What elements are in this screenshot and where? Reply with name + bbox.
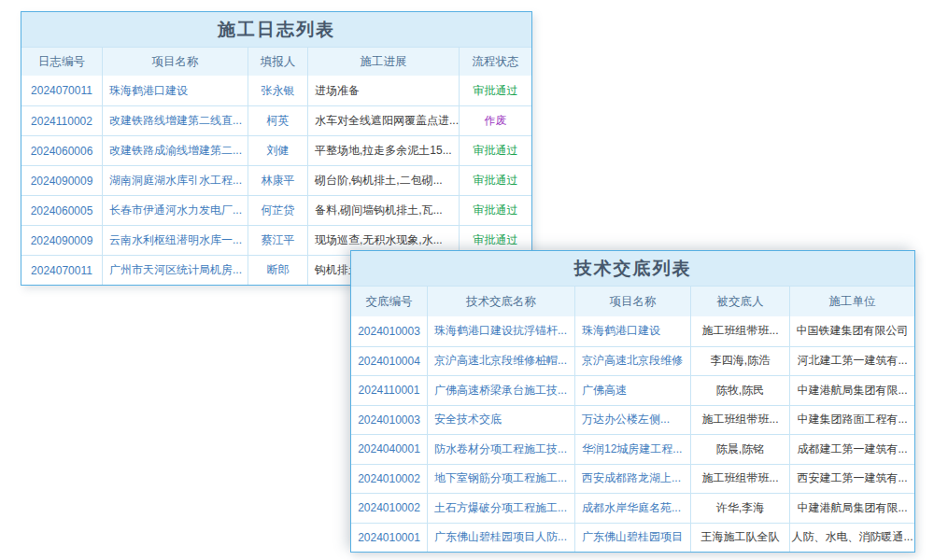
project-name-link[interactable]: 京沪高速北京段维修 <box>575 347 691 376</box>
progress-text: 平整场地,拉走多余泥土15... <box>308 136 460 165</box>
disclosure-table-row[interactable]: 2024010001 广东佛山碧桂园项目人防... 广东佛山碧桂园项目 王海施工… <box>351 523 914 553</box>
log-id-link[interactable]: 2024070011 <box>21 76 103 105</box>
disclosure-table-row[interactable]: 2024010003 珠海鹤港口建设抗浮锚杆... 珠海鹤港口建设 施工班组带班… <box>351 316 914 346</box>
construction-log-title: 施工日志列表 <box>21 12 531 48</box>
log-id-link[interactable]: 2024110002 <box>21 106 103 135</box>
log-table-row[interactable]: 2024060006 改建铁路成渝线增建第二... 刘健 平整场地,拉走多余泥土… <box>21 135 531 165</box>
progress-text: 砌台阶,钩机排土,二包砌... <box>308 166 460 195</box>
disclosure-name-link[interactable]: 京沪高速北京段维修桩帽... <box>428 347 575 376</box>
disclosure-id-link[interactable]: 2024010001 <box>351 524 428 553</box>
disclosee-text: 施工班组带班... <box>691 465 790 494</box>
project-name-link[interactable]: 成都水岸华庭名苑... <box>575 494 691 523</box>
column-header-flow-status: 流程状态 <box>460 48 531 76</box>
project-name-link[interactable]: 广佛高速 <box>575 376 691 405</box>
construction-unit-text: 中建港航局集团有限... <box>790 494 914 523</box>
log-id-link[interactable]: 2024070011 <box>21 256 103 285</box>
construction-log-panel: 施工日志列表 日志编号 项目名称 填报人 施工进展 流程状态 202407001… <box>21 11 532 286</box>
project-name-link[interactable]: 万达办公楼左侧... <box>575 406 691 435</box>
disclosee-text: 陈牧,陈民 <box>691 376 790 405</box>
reporter-link[interactable]: 张永银 <box>248 76 308 105</box>
project-name-link[interactable]: 珠海鹤港口建设 <box>103 76 248 105</box>
construction-unit-text: 西安建工第一建筑有... <box>790 465 914 494</box>
project-name-link[interactable]: 广州市天河区统计局机房... <box>103 256 248 285</box>
reporter-link[interactable]: 刘健 <box>248 136 308 165</box>
reporter-link[interactable]: 林康平 <box>248 166 308 195</box>
column-header-disclosure-name: 技术交底名称 <box>428 287 575 316</box>
construction-log-table: 日志编号 项目名称 填报人 施工进展 流程状态 2024070011 珠海鹤港口… <box>21 48 531 285</box>
project-name-link[interactable]: 珠海鹤港口建设 <box>575 316 691 346</box>
disclosure-id-link[interactable]: 2024010002 <box>351 494 428 523</box>
disclosure-table-row[interactable]: 2024010002 土石方爆破分项工程施工... 成都水岸华庭名苑... 许华… <box>351 493 914 523</box>
log-table-row[interactable]: 2024060005 长春市伊通河水力发电厂... 何芷贷 备料,砌间墙钩机排土… <box>21 195 531 225</box>
project-name-link[interactable]: 西安成都路龙湖上... <box>575 465 691 494</box>
disclosure-table-row[interactable]: 2024110001 广佛高速桥梁承台施工技... 广佛高速 陈牧,陈民 中建港… <box>351 375 914 405</box>
disclosure-table-row[interactable]: 2024010002 地下室钢筋分项工程施工... 西安成都路龙湖上... 施工… <box>351 464 914 494</box>
technical-disclosure-header-row: 交底编号 技术交底名称 项目名称 被交底人 施工单位 <box>351 287 914 316</box>
disclosure-table-row[interactable]: 2024040001 防水卷材分项工程施工技... 华润12城房建工程... 陈… <box>351 434 914 464</box>
disclosure-table-row[interactable]: 2024010003 安全技术交底 万达办公楼左侧... 施工班组带班... 中… <box>351 405 914 435</box>
disclosure-id-link[interactable]: 2024010004 <box>351 347 428 376</box>
disclosure-id-link[interactable]: 2024010002 <box>351 465 428 494</box>
column-header-project-name: 项目名称 <box>575 287 691 316</box>
progress-text: 进场准备 <box>308 76 460 105</box>
column-header-reporter: 填报人 <box>248 48 308 76</box>
column-header-disclosure-id: 交底编号 <box>351 287 428 316</box>
log-table-row[interactable]: 2024090009 湖南洞庭湖水库引水工程... 林康平 砌台阶,钩机排土,二… <box>21 165 531 195</box>
technical-disclosure-title: 技术交底列表 <box>351 251 914 287</box>
disclosee-text: 许华,李海 <box>691 494 790 523</box>
disclosee-text: 施工班组带班... <box>691 316 790 346</box>
project-name-link[interactable]: 长春市伊通河水力发电厂... <box>103 196 248 225</box>
disclosure-name-link[interactable]: 珠海鹤港口建设抗浮锚杆... <box>428 316 575 346</box>
column-header-progress: 施工进展 <box>308 48 460 76</box>
technical-disclosure-table: 交底编号 技术交底名称 项目名称 被交底人 施工单位 2024010003 珠海… <box>351 287 914 552</box>
log-id-link[interactable]: 2024060006 <box>21 136 103 165</box>
disclosure-id-link[interactable]: 2024010003 <box>351 316 428 346</box>
disclosure-name-link[interactable]: 防水卷材分项工程施工技... <box>428 435 575 464</box>
project-name-link[interactable]: 湖南洞庭湖水库引水工程... <box>103 166 248 195</box>
disclosure-id-link[interactable]: 2024110001 <box>351 376 428 405</box>
log-id-link[interactable]: 2024090009 <box>21 226 103 255</box>
log-table-row[interactable]: 2024070011 珠海鹤港口建设 张永银 进场准备 审批通过 <box>21 76 531 105</box>
status-badge: 审批通过 <box>460 196 531 225</box>
disclosure-name-link[interactable]: 土石方爆破分项工程施工... <box>428 494 575 523</box>
construction-unit-text: 中国铁建集团有限公司 <box>790 316 914 346</box>
project-name-link[interactable]: 华润12城房建工程... <box>575 435 691 464</box>
reporter-link[interactable]: 蔡江平 <box>248 226 308 255</box>
project-name-link[interactable]: 云南水利枢纽潜明水库一... <box>103 226 248 255</box>
disclosure-name-link[interactable]: 广东佛山碧桂园项目人防... <box>428 524 575 553</box>
project-name-link[interactable]: 改建铁路线增建第二线直... <box>103 106 248 135</box>
reporter-link[interactable]: 柯英 <box>248 106 308 135</box>
status-badge: 审批通过 <box>460 136 531 165</box>
disclosure-id-link[interactable]: 2024040001 <box>351 435 428 464</box>
status-badge: 作废 <box>460 106 531 135</box>
disclosure-name-link[interactable]: 地下室钢筋分项工程施工... <box>428 465 575 494</box>
construction-log-header-row: 日志编号 项目名称 填报人 施工进展 流程状态 <box>21 48 531 76</box>
reporter-link[interactable]: 何芷贷 <box>248 196 308 225</box>
column-header-project: 项目名称 <box>103 48 248 76</box>
project-name-link[interactable]: 改建铁路成渝线增建第二... <box>103 136 248 165</box>
reporter-link[interactable]: 断郎 <box>248 256 308 285</box>
column-header-log-id: 日志编号 <box>21 48 103 76</box>
status-badge: 审批通过 <box>460 166 531 195</box>
disclosee-text: 施工班组带班... <box>691 406 790 435</box>
disclosee-text: 陈晨,陈铭 <box>691 435 790 464</box>
construction-unit-text: 人防、水电、消防暖通... <box>790 524 914 553</box>
progress-text: 备料,砌间墙钩机排土,瓦... <box>308 196 460 225</box>
disclosure-name-link[interactable]: 广佛高速桥梁承台施工技... <box>428 376 575 405</box>
log-id-link[interactable]: 2024060005 <box>21 196 103 225</box>
construction-unit-text: 河北建工第一建筑有... <box>790 347 914 376</box>
construction-unit-text: 成都建工第一建筑有... <box>790 435 914 464</box>
column-header-unit: 施工单位 <box>790 287 914 316</box>
construction-unit-text: 中建港航局集团有限... <box>790 376 914 405</box>
disclosee-text: 王海施工队全队 <box>691 524 790 553</box>
construction-unit-text: 中建集团路面工程有... <box>790 406 914 435</box>
log-id-link[interactable]: 2024090009 <box>21 166 103 195</box>
log-table-row[interactable]: 2024110002 改建铁路线增建第二线直... 柯英 水车对全线遮阳网覆盖点… <box>21 105 531 135</box>
status-badge: 审批通过 <box>460 76 531 105</box>
progress-text: 水车对全线遮阳网覆盖点进... <box>308 106 460 135</box>
disclosure-id-link[interactable]: 2024010003 <box>351 406 428 435</box>
technical-disclosure-panel: 技术交底列表 交底编号 技术交底名称 项目名称 被交底人 施工单位 202401… <box>350 250 915 553</box>
disclosure-name-link[interactable]: 安全技术交底 <box>428 406 575 435</box>
disclosure-table-row[interactable]: 2024010004 京沪高速北京段维修桩帽... 京沪高速北京段维修 李四海,… <box>351 346 914 376</box>
project-name-link[interactable]: 广东佛山碧桂园项目 <box>575 524 691 553</box>
